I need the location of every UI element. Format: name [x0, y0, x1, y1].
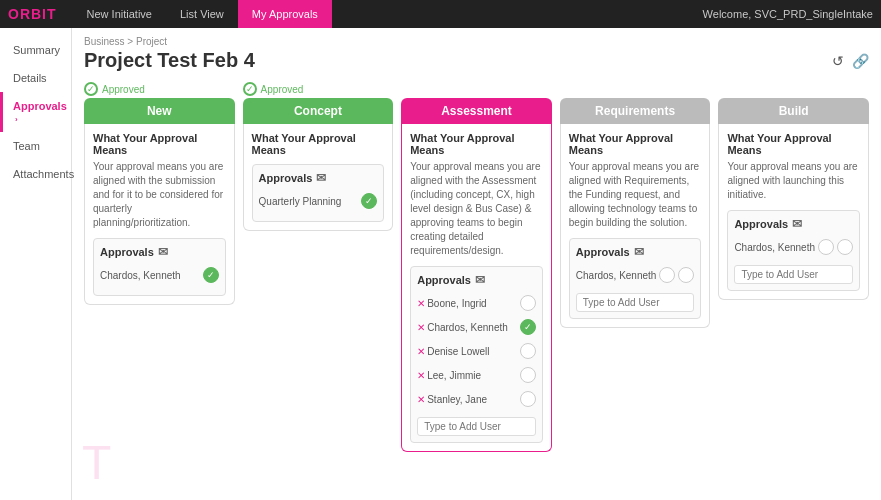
stage-requirements-approval-desc: Your approval means you are aligned with… [569, 160, 702, 230]
approver-name: Chardos, Kenneth [427, 322, 520, 333]
table-row: ✕ Lee, Jimmie [417, 365, 536, 385]
stage-assessment-approval-desc: Your approval means you are aligned with… [410, 160, 543, 258]
approved-status-icon: ✓ [361, 193, 377, 209]
sidebar-item-team[interactable]: Team [0, 132, 71, 160]
stage-requirements-header: Requirements [560, 98, 711, 124]
approver-status: ✓ [520, 319, 536, 335]
empty-status-icon [520, 367, 536, 383]
content-area: Business > Project Project Test Feb 4 ↺ … [72, 28, 881, 500]
table-row: ✕ Boone, Ingrid [417, 293, 536, 313]
main-wrap: Summary Details Approvals › Team Attachm… [0, 28, 881, 500]
share-button[interactable]: 🔗 [852, 53, 869, 69]
remove-icon[interactable]: ✕ [417, 298, 425, 309]
stage-new-approvals-section: Approvals ✉ Chardos, Kenneth ✓ [93, 238, 226, 296]
sidebar-item-summary[interactable]: Summary [0, 36, 71, 64]
add-user-input-assessment[interactable] [417, 417, 536, 436]
stage-build-approvals-label: Approvals ✉ [734, 217, 853, 231]
approver-name: Denise Lowell [427, 346, 520, 357]
approver-name: Lee, Jimmie [427, 370, 520, 381]
stage-new-card: What Your Approval Means Your approval m… [84, 124, 235, 305]
approver-status [520, 391, 536, 407]
list-view-btn[interactable]: List View [166, 0, 238, 28]
table-row: ✕ Denise Lowell [417, 341, 536, 361]
empty-status-icon [678, 267, 694, 283]
new-initiative-btn[interactable]: New Initiative [73, 0, 166, 28]
stage-assessment-approvals-label: Approvals ✉ [417, 273, 536, 287]
stage-build-approval-desc: Your approval means you are aligned with… [727, 160, 860, 202]
sidebar-item-approvals[interactable]: Approvals › [0, 92, 71, 132]
stage-new-approval-title: What Your Approval Means [93, 132, 226, 156]
welcome-text: Welcome, SVC_PRD_SingleIntake [703, 8, 873, 20]
stage-concept-header: Concept [243, 98, 394, 124]
breadcrumb: Business > Project [84, 36, 869, 47]
check-icon: ✓ [243, 82, 257, 96]
refresh-button[interactable]: ↺ [832, 53, 844, 69]
check-icon: ✓ [84, 82, 98, 96]
table-row: Chardos, Kenneth [576, 265, 695, 285]
stage-assessment-header: Assessment [401, 98, 552, 124]
mail-icon: ✉ [475, 273, 485, 287]
table-row: ✕ Stanley, Jane [417, 389, 536, 409]
approver-status: ✓ [203, 267, 219, 283]
approver-name: Boone, Ingrid [427, 298, 520, 309]
stage-requirements-approvals-section: Approvals ✉ Chardos, Kenneth [569, 238, 702, 319]
approved-status-icon: ✓ [203, 267, 219, 283]
stage-concept-approvals-section: Approvals ✉ Quarterly Planning ✓ [252, 164, 385, 222]
approver-status [520, 367, 536, 383]
empty-status-icon [520, 295, 536, 311]
empty-status-icon [520, 343, 536, 359]
stage-build-approvals-section: Approvals ✉ Chardos, Kenneth [727, 210, 860, 291]
my-approvals-btn[interactable]: My Approvals [238, 0, 332, 28]
stage-requirements-card: What Your Approval Means Your approval m… [560, 124, 711, 328]
mail-icon: ✉ [792, 217, 802, 231]
stage-build: ✓ Build What Your Approval Means Your ap… [718, 82, 869, 452]
stage-new-approved-badge: ✓ Approved [84, 82, 235, 96]
stage-concept-status-label: Approved [261, 84, 304, 95]
empty-status-icon [520, 391, 536, 407]
stage-new-approvals-label: Approvals ✉ [100, 245, 219, 259]
table-row: Quarterly Planning ✓ [259, 191, 378, 211]
stage-concept-approved-badge: ✓ Approved [243, 82, 394, 96]
chevron-right-icon: › [15, 115, 18, 124]
page-title-row: Project Test Feb 4 ↺ 🔗 [84, 49, 869, 72]
stage-new-status-label: Approved [102, 84, 145, 95]
stage-build-approval-title: What Your Approval Means [727, 132, 860, 156]
stage-new: ✓ Approved New What Your Approval Means … [84, 82, 235, 452]
empty-status-icon [837, 239, 853, 255]
stage-concept-card: What Your Approval Means Approvals ✉ Qua… [243, 124, 394, 231]
remove-icon[interactable]: ✕ [417, 394, 425, 405]
approver-name: Quarterly Planning [259, 196, 362, 207]
empty-status-icon [818, 239, 834, 255]
remove-icon[interactable]: ✕ [417, 322, 425, 333]
stage-concept-approvals-label: Approvals ✉ [259, 171, 378, 185]
mail-icon: ✉ [158, 245, 168, 259]
approver-name: Stanley, Jane [427, 394, 520, 405]
approved-status-icon: ✓ [520, 319, 536, 335]
sidebar: Summary Details Approvals › Team Attachm… [0, 28, 72, 500]
sidebar-item-details[interactable]: Details [0, 64, 71, 92]
remove-icon[interactable]: ✕ [417, 370, 425, 381]
approver-status [818, 239, 853, 255]
stage-requirements: ✓ Requirements What Your Approval Means … [560, 82, 711, 452]
table-row: ✕ Chardos, Kenneth ✓ [417, 317, 536, 337]
add-user-input-requirements[interactable] [576, 293, 695, 312]
sidebar-item-attachments[interactable]: Attachments [0, 160, 71, 188]
approver-status: ✓ [361, 193, 377, 209]
table-row: Chardos, Kenneth [734, 237, 853, 257]
stage-build-header: Build [718, 98, 869, 124]
empty-status-icon [659, 267, 675, 283]
stage-concept: ✓ Approved Concept What Your Approval Me… [243, 82, 394, 452]
kanban-board: ✓ Approved New What Your Approval Means … [84, 82, 869, 452]
add-user-input-build[interactable] [734, 265, 853, 284]
approver-status [520, 295, 536, 311]
mail-icon: ✉ [634, 245, 644, 259]
stage-build-card: What Your Approval Means Your approval m… [718, 124, 869, 300]
stage-requirements-approval-title: What Your Approval Means [569, 132, 702, 156]
title-actions: ↺ 🔗 [832, 53, 869, 69]
stage-concept-approval-title: What Your Approval Means [252, 132, 385, 156]
stage-assessment-card: What Your Approval Means Your approval m… [401, 124, 552, 452]
remove-icon[interactable]: ✕ [417, 346, 425, 357]
stage-requirements-approvals-label: Approvals ✉ [576, 245, 695, 259]
mail-icon: ✉ [316, 171, 326, 185]
table-row: Chardos, Kenneth ✓ [100, 265, 219, 285]
